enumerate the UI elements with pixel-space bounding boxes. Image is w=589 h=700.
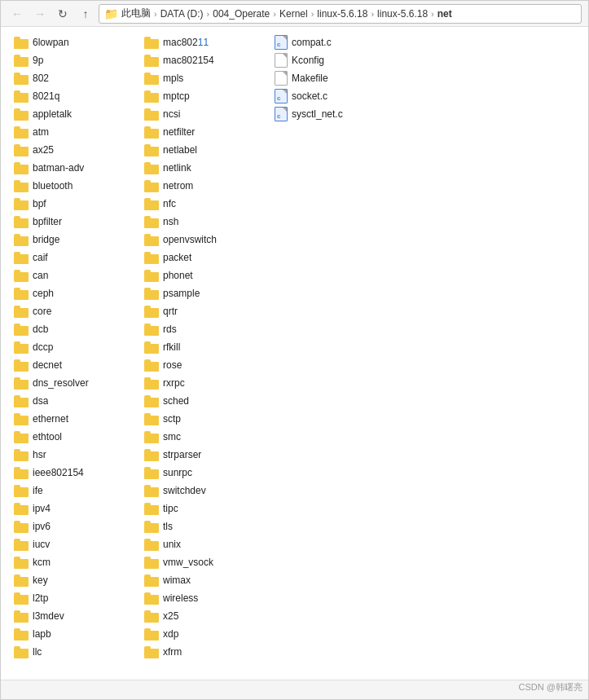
list-item[interactable]: kcm: [11, 553, 141, 571]
list-item[interactable]: mac802154: [141, 51, 271, 69]
list-item[interactable]: tipc: [141, 500, 271, 517]
back-button[interactable]: ←: [7, 4, 27, 24]
list-item[interactable]: netlabel: [141, 141, 271, 159]
folder-icon: [14, 359, 29, 372]
list-item[interactable]: rds: [141, 320, 271, 338]
list-item[interactable]: qrtr: [141, 302, 271, 320]
list-item[interactable]: can: [11, 266, 141, 284]
list-item[interactable]: bluetooth: [11, 177, 141, 195]
list-item[interactable]: dcb: [11, 320, 141, 338]
list-item[interactable]: sunrpc: [141, 464, 271, 482]
list-item[interactable]: vmw_vsock: [141, 553, 271, 571]
file-name: nsh: [163, 216, 178, 227]
address-part-5: linux-5.6.18: [377, 8, 428, 20]
list-item[interactable]: nsh: [141, 213, 271, 231]
list-item[interactable]: ethtool: [11, 428, 141, 446]
list-item[interactable]: iucv: [11, 535, 141, 553]
list-item[interactable]: appletalk: [11, 105, 141, 123]
list-item[interactable]: batman-adv: [11, 159, 141, 177]
folder-icon: [144, 234, 159, 246]
list-item[interactable]: xfrm: [141, 643, 271, 661]
up-button[interactable]: ↑: [76, 4, 95, 24]
list-item[interactable]: bpf: [11, 195, 141, 213]
list-item[interactable]: xdp: [141, 625, 271, 643]
file-name: rxrpc: [163, 377, 185, 389]
watermark: CSDN @韩曙亮: [519, 681, 582, 693]
list-item[interactable]: compat.c: [271, 33, 434, 51]
file-name: decnet: [33, 359, 62, 371]
file-name: sysctl_net.c: [292, 108, 343, 120]
list-item[interactable]: unix: [141, 535, 271, 553]
list-item[interactable]: smc: [141, 428, 271, 446]
list-item[interactable]: switchdev: [141, 482, 271, 500]
list-item[interactable]: key: [11, 571, 141, 589]
list-item[interactable]: dccp: [11, 338, 141, 356]
list-item[interactable]: sysctl_net.c: [271, 105, 434, 123]
file-name: smc: [163, 431, 181, 442]
forward-button[interactable]: →: [30, 4, 50, 24]
list-item[interactable]: 802: [11, 69, 141, 87]
list-item[interactable]: x25: [141, 607, 271, 625]
list-item[interactable]: core: [11, 302, 141, 320]
list-item[interactable]: psample: [141, 284, 271, 302]
list-item[interactable]: l3mdev: [11, 607, 141, 625]
file-name: netrom: [163, 180, 193, 192]
list-item[interactable]: lapb: [11, 625, 141, 643]
folder-icon: [144, 413, 159, 425]
list-item[interactable]: socket.c: [271, 87, 434, 105]
list-item[interactable]: netlink: [141, 159, 271, 177]
list-item[interactable]: ncsi: [141, 105, 271, 123]
file-name: bpfilter: [33, 216, 62, 227]
list-item[interactable]: ipv6: [11, 517, 141, 535]
list-item[interactable]: rose: [141, 356, 271, 374]
file-name: dccp: [33, 341, 53, 353]
list-item[interactable]: ethernet: [11, 410, 141, 428]
list-item[interactable]: rfkill: [141, 338, 271, 356]
list-item[interactable]: atm: [11, 123, 141, 141]
list-item[interactable]: decnet: [11, 356, 141, 374]
refresh-button[interactable]: ↻: [53, 4, 73, 24]
address-part-1: DATA (D:): [160, 8, 204, 20]
list-item[interactable]: ieee802154: [11, 464, 141, 482]
list-item[interactable]: sctp: [141, 410, 271, 428]
list-item[interactable]: mpls: [141, 69, 271, 87]
list-item[interactable]: sched: [141, 392, 271, 410]
list-item[interactable]: caif: [11, 249, 141, 266]
list-item[interactable]: dsa: [11, 392, 141, 410]
list-item[interactable]: mptcp: [141, 87, 271, 105]
list-item[interactable]: wireless: [141, 589, 271, 607]
list-item[interactable]: ceph: [11, 284, 141, 302]
list-item[interactable]: rxrpc: [141, 374, 271, 392]
list-item[interactable]: ax25: [11, 141, 141, 159]
list-item[interactable]: bpfilter: [11, 213, 141, 231]
list-item[interactable]: dns_resolver: [11, 374, 141, 392]
list-item[interactable]: llc: [11, 643, 141, 661]
list-item[interactable]: Kconfig: [271, 51, 434, 69]
list-item[interactable]: 8021q: [11, 87, 141, 105]
list-item[interactable]: wimax: [141, 571, 271, 589]
list-item[interactable]: strparser: [141, 446, 271, 464]
list-item[interactable]: bridge: [11, 231, 141, 249]
list-item[interactable]: openvswitch: [141, 231, 271, 249]
list-item[interactable]: ipv4: [11, 500, 141, 517]
list-item[interactable]: tls: [141, 517, 271, 535]
address-part-3: Kernel: [279, 8, 308, 20]
folder-icon: [14, 126, 29, 139]
file-name: switchdev: [163, 485, 206, 496]
address-bar[interactable]: 📁 此电脑 › DATA (D:) › 004_Operate › Kernel…: [99, 4, 582, 24]
list-item[interactable]: phonet: [141, 266, 271, 284]
list-item[interactable]: mac80211: [141, 33, 271, 51]
list-item[interactable]: ife: [11, 482, 141, 500]
file-name: packet: [163, 252, 191, 263]
list-item[interactable]: netrom: [141, 177, 271, 195]
list-item[interactable]: l2tp: [11, 589, 141, 607]
list-item[interactable]: packet: [141, 249, 271, 266]
list-item[interactable]: nfc: [141, 195, 271, 213]
file-name: mac80211: [163, 37, 209, 48]
list-item[interactable]: netfilter: [141, 123, 271, 141]
list-item[interactable]: hsr: [11, 446, 141, 464]
list-item[interactable]: 9p: [11, 51, 141, 69]
list-item[interactable]: Makefile: [271, 69, 434, 87]
list-item[interactable]: 6lowpan: [11, 33, 141, 51]
column-1: 6lowpan9p8028021qappletalkatmax25batman-…: [11, 33, 141, 661]
